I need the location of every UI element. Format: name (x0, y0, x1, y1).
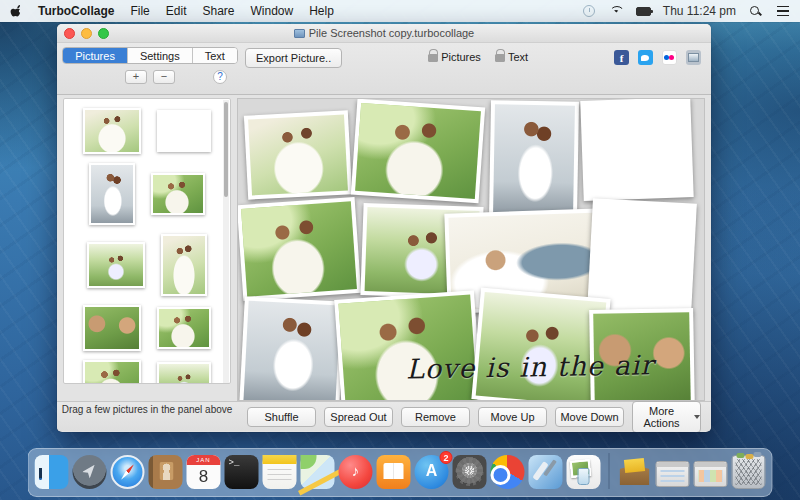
collage-photo[interactable] (237, 197, 361, 301)
move-up-button[interactable]: Move Up (478, 407, 547, 427)
app-window: Pile Screenshot copy.turbocollage Pictur… (57, 24, 711, 432)
sidebar-hint-text: Drag a few pictures in the panel above (57, 404, 237, 415)
menu-bar: TurboCollage File Edit Share Window Help… (0, 0, 800, 22)
remove-picture-button[interactable]: − (153, 70, 175, 84)
window-title: Pile Screenshot copy.turbocollage (309, 27, 475, 39)
time-machine-icon[interactable] (582, 5, 597, 18)
collage-photo[interactable] (580, 98, 693, 201)
picture-thumbnail[interactable] (161, 234, 207, 296)
title-bar[interactable]: Pile Screenshot copy.turbocollage (57, 24, 711, 43)
shuffle-button[interactable]: Shuffle (247, 407, 316, 427)
tab-settings[interactable]: Settings (128, 48, 193, 63)
picture-thumbnail-panel[interactable] (63, 98, 231, 384)
help-button[interactable]: ? (213, 70, 227, 84)
collage-photo[interactable] (351, 99, 485, 204)
collage-photo[interactable] (489, 100, 579, 220)
menu-file[interactable]: File (130, 4, 149, 18)
notes-dock-icon[interactable] (263, 455, 297, 489)
pictures-sidebar: Drag a few pictures in the panel above (57, 95, 237, 401)
spotlight-search-icon[interactable] (748, 5, 763, 18)
apple-menu-icon[interactable] (10, 4, 24, 18)
lock-text-toggle[interactable]: Text (495, 51, 528, 63)
chrome-dock-icon[interactable] (491, 455, 525, 489)
remove-button[interactable]: Remove (401, 407, 470, 427)
calendar-month-label: JAN (187, 455, 221, 465)
system-preferences-dock-icon[interactable] (453, 455, 487, 489)
minimize-window-button[interactable] (81, 28, 92, 39)
picture-thumbnail[interactable] (157, 307, 211, 349)
app-store-badge: 2 (439, 451, 452, 464)
toolbar: Pictures Settings Text + − ? Export Pict… (57, 43, 711, 95)
menu-help[interactable]: Help (309, 4, 334, 18)
menu-share[interactable]: Share (202, 4, 234, 18)
zoom-window-button[interactable] (98, 28, 109, 39)
collage-photo[interactable] (244, 110, 352, 199)
calendar-day-label: 8 (187, 465, 221, 489)
sidebar-scrollbar[interactable] (223, 100, 229, 384)
turbocollage-dock-icon[interactable] (567, 455, 601, 489)
launchpad-dock-icon[interactable] (73, 455, 107, 489)
ibooks-dock-icon[interactable] (377, 455, 411, 489)
chevron-down-icon (694, 415, 700, 419)
picture-thumbnail[interactable] (157, 110, 211, 152)
dock: JAN 8 ♪ A 2 (28, 448, 773, 497)
minimized-window-2[interactable] (694, 461, 728, 487)
safari-dock-icon[interactable] (111, 455, 145, 489)
picture-thumbnail[interactable] (151, 173, 205, 215)
menu-clock[interactable]: Thu 11:24 pm (663, 4, 736, 18)
more-actions-label: More Actions (633, 405, 690, 429)
contacts-dock-icon[interactable] (149, 455, 183, 489)
flickr-icon[interactable] (662, 50, 677, 65)
wifi-icon[interactable] (609, 5, 624, 18)
desktop-background: TurboCollage File Edit Share Window Help… (0, 0, 800, 500)
collage-photo[interactable] (239, 296, 345, 401)
add-picture-button[interactable]: + (125, 70, 147, 84)
tab-text[interactable]: Text (193, 48, 237, 63)
terminal-dock-icon[interactable] (225, 455, 259, 489)
menu-app-name[interactable]: TurboCollage (38, 4, 114, 18)
downloads-dock-icon[interactable] (618, 455, 652, 489)
more-actions-button[interactable]: More Actions (632, 401, 701, 433)
picture-thumbnail[interactable] (89, 163, 135, 225)
itunes-dock-icon[interactable]: ♪ (339, 455, 373, 489)
lock-icon (428, 54, 438, 62)
menu-window[interactable]: Window (251, 4, 294, 18)
menu-edit[interactable]: Edit (166, 4, 187, 18)
maps-dock-icon[interactable] (301, 455, 335, 489)
minimized-window-1[interactable] (656, 461, 690, 487)
calendar-dock-icon[interactable]: JAN 8 (187, 455, 221, 489)
xcode-dock-icon[interactable] (529, 455, 563, 489)
scrollbar-thumb[interactable] (224, 102, 228, 197)
tab-pictures[interactable]: Pictures (63, 48, 128, 63)
dock-separator (609, 453, 610, 489)
lock-text-label: Text (508, 51, 528, 63)
app-store-dock-icon[interactable]: A 2 (415, 455, 449, 489)
lock-icon (495, 54, 505, 62)
spread-out-button[interactable]: Spread Out (324, 407, 393, 427)
share-icon[interactable] (686, 50, 701, 65)
battery-icon[interactable] (636, 5, 651, 18)
collage-canvas[interactable]: Love is in the air (237, 98, 705, 401)
twitter-icon[interactable] (638, 50, 653, 65)
export-picture-button[interactable]: Export Picture.. (245, 48, 342, 68)
picture-thumbnail[interactable] (87, 242, 145, 288)
trash-dock-icon[interactable] (732, 455, 766, 489)
lock-pictures-toggle[interactable]: Pictures (428, 51, 481, 63)
move-down-button[interactable]: Move Down (555, 407, 624, 427)
notification-center-icon[interactable] (775, 5, 790, 18)
picture-thumbnail[interactable] (83, 108, 141, 154)
close-window-button[interactable] (64, 28, 75, 39)
document-icon (294, 29, 305, 38)
finder-dock-icon[interactable] (35, 455, 69, 489)
collage-caption-text[interactable]: Love is in the air (406, 348, 705, 384)
picture-thumbnail[interactable] (157, 362, 211, 384)
picture-thumbnail[interactable] (83, 305, 141, 351)
lock-pictures-label: Pictures (441, 51, 481, 63)
picture-thumbnail[interactable] (83, 360, 141, 384)
panel-tabs: Pictures Settings Text (62, 47, 238, 64)
app-store-letter: A (426, 462, 438, 479)
facebook-icon[interactable]: f (614, 50, 629, 65)
window-title-group: Pile Screenshot copy.turbocollage (294, 27, 475, 39)
